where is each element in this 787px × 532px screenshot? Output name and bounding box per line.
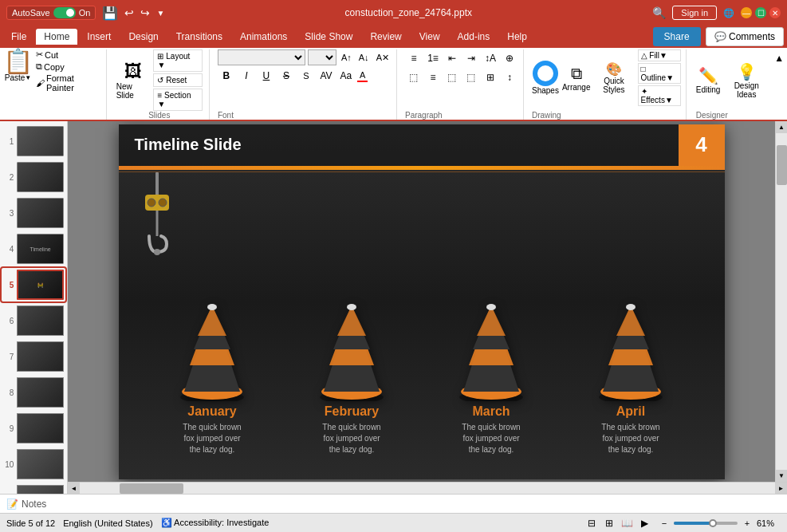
slide-thumb-9[interactable]: 9	[2, 412, 65, 445]
slide-thumb-1[interactable]: 1	[2, 124, 65, 158]
menu-transitions[interactable]: Transitions	[168, 29, 230, 45]
slide-thumb-3[interactable]: 3	[2, 196, 65, 230]
align-center-button[interactable]: ≡	[424, 69, 442, 86]
change-case-button[interactable]: Aa	[337, 67, 355, 85]
editing-button[interactable]: ✏️ Editing	[696, 66, 721, 94]
reading-view-button[interactable]: 📖	[620, 516, 634, 530]
menu-review[interactable]: Review	[362, 29, 409, 45]
bold-button[interactable]: B	[218, 67, 235, 85]
copy-button[interactable]: ⧉ Copy	[36, 61, 100, 72]
close-button[interactable]: ✕	[769, 7, 781, 18]
shape-effects-button[interactable]: ✦ Effects▼	[638, 85, 681, 106]
zoom-thumb[interactable]	[709, 519, 717, 527]
clear-format-button[interactable]: A✕	[374, 52, 392, 64]
zoom-out-button[interactable]: −	[658, 517, 671, 530]
decrease-font-button[interactable]: A↓	[356, 52, 372, 63]
justify-button[interactable]: ⬚	[462, 69, 480, 86]
align-right-button[interactable]: ⬚	[443, 69, 461, 86]
new-slide-button[interactable]: 🖼 New Slide	[116, 61, 151, 100]
redo-icon[interactable]: ↪	[140, 6, 150, 19]
bullets-button[interactable]: ≡	[405, 49, 423, 67]
menu-file[interactable]: File	[3, 29, 34, 45]
save-icon[interactable]: 💾	[102, 6, 118, 21]
search-icon[interactable]: 🔍	[652, 6, 666, 19]
menu-design[interactable]: Design	[120, 29, 166, 45]
slide-thumb-10[interactable]: 10	[2, 447, 65, 481]
inc-indent-button[interactable]: ⇥	[462, 49, 480, 67]
collapse-ribbon-button[interactable]: ▲	[774, 49, 784, 120]
scroll-left-button[interactable]: ◄	[68, 483, 80, 495]
scroll-thumb-v[interactable]	[777, 145, 787, 185]
menu-view[interactable]: View	[411, 29, 448, 45]
zoom-value[interactable]: 61%	[757, 518, 781, 528]
share-button[interactable]: Share	[653, 27, 701, 46]
customize-icon[interactable]: ▼	[156, 9, 164, 18]
maximize-button[interactable]: ☐	[755, 7, 766, 18]
minimize-button[interactable]: —	[741, 7, 752, 18]
slide-sorter-button[interactable]: ⊞	[602, 516, 616, 530]
slide-thumb-4[interactable]: 4 Timeline	[2, 232, 65, 266]
cut-button[interactable]: ✂ Cut	[36, 49, 100, 60]
vertical-scrollbar[interactable]: ▲ ▼	[775, 121, 787, 482]
zoom-slider[interactable]	[674, 522, 738, 525]
autosave-badge[interactable]: AutoSave On	[6, 6, 96, 20]
paste-button[interactable]: 📋 Paste ▼	[3, 49, 33, 82]
menu-help[interactable]: Help	[499, 29, 535, 45]
normal-view-button[interactable]: ⊟	[584, 516, 599, 530]
design-ideas-button[interactable]: 💡 Design Ideas	[725, 62, 768, 99]
font-family-select[interactable]	[218, 49, 305, 65]
reset-button[interactable]: ↺ Reset	[153, 73, 202, 87]
accessibility-button[interactable]: ♿ Accessibility: Investigate	[161, 518, 270, 528]
shape-fill-button[interactable]: △ Fill▼	[638, 49, 681, 61]
scroll-down-button[interactable]: ▼	[776, 470, 788, 482]
strikethrough-button[interactable]: S	[277, 67, 295, 85]
align-left-button[interactable]: ⬚	[405, 69, 423, 86]
scroll-right-button[interactable]: ►	[775, 483, 787, 495]
convert-smartart-button[interactable]: ⊕	[501, 49, 518, 67]
autosave-toggle[interactable]	[53, 7, 76, 18]
format-painter-button[interactable]: 🖌 Format Painter	[36, 73, 100, 93]
char-spacing-button[interactable]: AV	[317, 67, 335, 85]
columns-button[interactable]: ⊞	[482, 69, 499, 86]
arrange-button[interactable]: ⧉ Arrange	[562, 65, 591, 92]
menu-slideshow[interactable]: Slide Show	[297, 29, 360, 45]
slide-thumb-7[interactable]: 7	[2, 340, 65, 373]
menu-addins[interactable]: Add-ins	[450, 29, 498, 45]
slide-thumb-5[interactable]: 5 🚧	[2, 268, 65, 301]
notes-bar[interactable]: 📝 Notes	[0, 494, 787, 513]
menu-insert[interactable]: Insert	[79, 29, 119, 45]
font-size-select[interactable]	[308, 49, 336, 65]
increase-font-button[interactable]: A↑	[339, 52, 354, 63]
dec-indent-button[interactable]: ⇤	[443, 49, 461, 67]
undo-icon[interactable]: ↩	[124, 6, 134, 19]
numbering-button[interactable]: 1≡	[424, 49, 442, 67]
shapes-button[interactable]: Shapes	[532, 61, 559, 95]
slide-title: Timeline Slide	[119, 136, 679, 154]
menu-animations[interactable]: Animations	[232, 29, 295, 45]
line-spacing-button[interactable]: ↕	[501, 69, 518, 86]
slide-thumb-8[interactable]: 8	[2, 376, 65, 409]
slideshow-button[interactable]: ▶	[637, 516, 651, 530]
section-button[interactable]: ≡ Section ▼	[153, 89, 202, 111]
text-direction-button[interactable]: ↕A	[482, 49, 499, 67]
slide-thumb-6[interactable]: 6	[2, 304, 65, 337]
zoom-in-button[interactable]: +	[741, 517, 754, 530]
comments-button[interactable]: 💬 Comments	[706, 27, 784, 46]
layout-button[interactable]: ⊞ Layout ▼	[153, 49, 202, 72]
scroll-thumb-h[interactable]	[120, 483, 183, 494]
canvas-area[interactable]: Timeline Slide 4	[68, 121, 775, 482]
menu-home[interactable]: Home	[36, 29, 77, 45]
shapes-icon	[533, 61, 558, 86]
text-shadow-button[interactable]: S	[297, 67, 315, 85]
shape-outline-button[interactable]: □ Outline▼	[638, 63, 681, 84]
signin-button[interactable]: Sign in	[672, 6, 717, 20]
slide-thumb-2[interactable]: 2	[2, 160, 65, 194]
horizontal-scrollbar[interactable]: ◄ ►	[68, 482, 787, 494]
quick-styles-button[interactable]: 🎨 Quick Styles	[593, 61, 634, 94]
underline-button[interactable]: U	[258, 67, 275, 85]
italic-button[interactable]: I	[238, 67, 255, 85]
scroll-up-button[interactable]: ▲	[776, 121, 788, 133]
font-color-button[interactable]: A	[357, 69, 368, 82]
slide-thumb-11[interactable]: 11	[2, 483, 65, 494]
designer-group-label: Designer	[696, 111, 768, 120]
